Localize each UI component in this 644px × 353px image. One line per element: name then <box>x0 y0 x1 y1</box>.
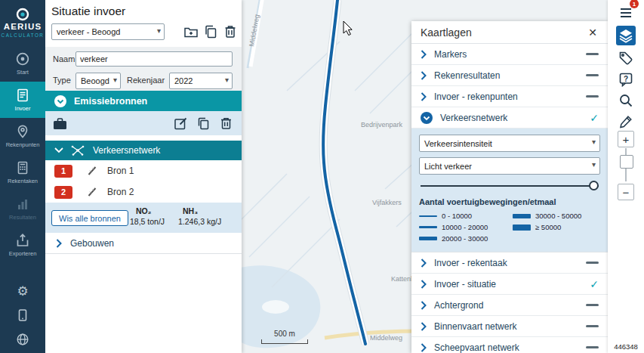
emissions-summary: Wis alle bronnen NO₂ 18,5 ton/J NH₃ 1.24… <box>45 203 242 233</box>
emissiebronnen-header[interactable]: Emissiebronnen <box>45 91 242 111</box>
map-label-bedrijvenpark: Bedrijvenpark <box>361 121 403 129</box>
legend-title: Aantal voertuigbewegingen/etmaal <box>419 197 600 206</box>
source-row-1[interactable]: 1 Bron 1 <box>45 160 242 181</box>
rekenjaar-select[interactable]: 2022 <box>169 73 233 89</box>
layer-row-binnenvaart[interactable]: Binnenvaart netwerk <box>411 316 608 337</box>
layers-icon <box>618 27 634 44</box>
labels-button[interactable] <box>616 48 636 68</box>
svg-text:?: ? <box>624 75 628 83</box>
layer-drag-handle[interactable] <box>586 304 599 306</box>
layer-row-achtergrond[interactable]: Achtergrond <box>411 295 608 316</box>
chevron-right-icon <box>421 322 427 331</box>
nav-item-exporteren[interactable]: Exporteren <box>0 227 45 263</box>
layers-button[interactable] <box>616 26 636 45</box>
legend-line-swatch <box>419 215 437 217</box>
intensity-type-select[interactable]: Verkeersintensiteit <box>419 135 600 152</box>
help-button[interactable]: ? <box>616 70 636 89</box>
nav-item-invoer[interactable]: Invoer <box>0 82 45 118</box>
nav-item-rekenpunten[interactable]: Rekenpunten <box>0 118 45 154</box>
slider-handle[interactable] <box>589 181 599 190</box>
delete-source-button[interactable] <box>217 115 234 132</box>
add-source-button[interactable] <box>51 115 68 132</box>
tablet-icon <box>16 308 29 322</box>
nav-label: Invoer <box>15 105 31 112</box>
zoom-slider-handle[interactable] <box>620 155 633 169</box>
layer-row-rekenresultaten[interactable]: Rekenresultaten <box>411 65 608 86</box>
naam-input[interactable] <box>75 51 233 67</box>
source-badge: 2 <box>54 186 72 199</box>
trash-icon <box>220 116 233 131</box>
language-button[interactable] <box>16 330 29 348</box>
device-button[interactable] <box>16 306 29 324</box>
zoom-in-button[interactable]: + <box>618 131 634 147</box>
situation-select[interactable]: verkeer - Beoogd <box>51 23 165 40</box>
help-bubble-icon: ? <box>618 72 633 87</box>
layer-drag-handle[interactable] <box>586 95 599 98</box>
source-badge: 1 <box>54 165 72 178</box>
duplicate-situation-button[interactable] <box>202 23 219 40</box>
traffic-network-icon <box>70 144 85 156</box>
kaartlagen-title: Kaartlagen <box>421 26 585 39</box>
add-situation-icon <box>183 24 199 39</box>
slider-track[interactable] <box>421 185 599 187</box>
layer-drag-handle[interactable] <box>586 325 599 327</box>
layer-row-invoer-rekentaak[interactable]: Invoer - rekentaak <box>411 252 608 274</box>
add-situation-button[interactable] <box>183 23 199 40</box>
aerius-logo[interactable]: AERIUS CALCULATOR <box>0 0 45 45</box>
vehicle-type-select[interactable]: Licht verkeer <box>419 157 600 175</box>
panel-menu-button[interactable]: 1 <box>616 3 636 23</box>
no2-value: 18,5 ton/J <box>130 217 165 226</box>
search-button[interactable] <box>616 91 636 110</box>
layer-drag-handle[interactable] <box>586 346 599 348</box>
measure-button[interactable] <box>616 112 636 132</box>
search-icon <box>618 93 633 108</box>
verkeersnetwerk-group-row[interactable]: Verkeersnetwerk <box>45 141 242 160</box>
road-segment-icon <box>86 186 98 198</box>
layer-row-markers[interactable]: Markers <box>411 44 608 65</box>
kaartlagen-panel: Kaartlagen ✕ Markers Rekenresultaten Inv… <box>411 21 608 353</box>
sources-toolbar <box>45 111 242 135</box>
chevron-right-icon <box>421 259 427 268</box>
layer-drag-handle[interactable] <box>586 74 599 76</box>
rekenjaar-select-value: 2022 <box>174 76 193 85</box>
layer-row-invoer-situatie[interactable]: Invoer - situatie ✓ <box>411 274 608 295</box>
settings-button[interactable]: ⚙ <box>17 282 28 300</box>
nav-item-rekentaken[interactable]: Rekentaken <box>0 154 45 190</box>
layer-row-scheepvaart[interactable]: Scheepvaart netwerk <box>411 337 608 353</box>
road-segment-icon <box>86 165 98 177</box>
aerius-logo-icon <box>16 8 29 21</box>
naam-label: Naam <box>53 54 75 63</box>
opacity-slider[interactable] <box>421 180 599 192</box>
nh3-label: NH₃ <box>183 206 198 215</box>
zoom-out-button[interactable]: − <box>618 184 634 200</box>
close-icon[interactable]: ✕ <box>585 25 600 40</box>
layer-drag-handle[interactable] <box>586 262 599 264</box>
source-label: Bron 1 <box>107 166 134 176</box>
type-select-value: Beoogd <box>81 76 109 85</box>
delete-situation-button[interactable] <box>222 23 239 40</box>
layer-row-verkeersnetwerk[interactable]: Verkeersnetwerk ✓ <box>411 107 608 129</box>
main-nav-rail: AERIUS CALCULATOR Start Invoer Rekenpunt… <box>0 0 45 353</box>
type-select[interactable]: Beoogd <box>75 73 121 89</box>
panel-title: Situatie invoer <box>51 5 125 18</box>
traffic-legend: 0 - 10000 10000 - 20000 20000 - 30000 30… <box>419 210 600 244</box>
input-form-icon <box>15 88 30 103</box>
gebouwen-section-row[interactable]: Gebouwen <box>45 233 242 254</box>
gebouwen-label: Gebouwen <box>70 238 114 249</box>
nav-item-start[interactable]: Start <box>0 45 45 82</box>
copy-icon <box>203 24 218 39</box>
layer-row-invoer-rekenpunten[interactable]: Invoer - rekenpunten <box>411 86 608 107</box>
map-tool-rail: 1 ? <box>608 0 644 353</box>
layer-visible-check-icon[interactable]: ✓ <box>590 112 599 124</box>
copy-source-button[interactable] <box>195 115 211 132</box>
layer-drag-handle[interactable] <box>586 53 599 55</box>
layer-visible-check-icon[interactable]: ✓ <box>590 278 599 290</box>
clear-all-sources-button[interactable]: Wis alle bronnen <box>51 210 128 226</box>
start-icon <box>15 51 30 67</box>
source-row-2[interactable]: 2 Bron 2 <box>45 181 242 203</box>
nav-item-resultaten: Resultaten <box>0 190 45 227</box>
legend-line-swatch <box>513 214 531 218</box>
nav-label: Start <box>17 69 29 76</box>
edit-source-button[interactable] <box>172 115 189 132</box>
no2-label: NO₂ <box>136 206 151 215</box>
